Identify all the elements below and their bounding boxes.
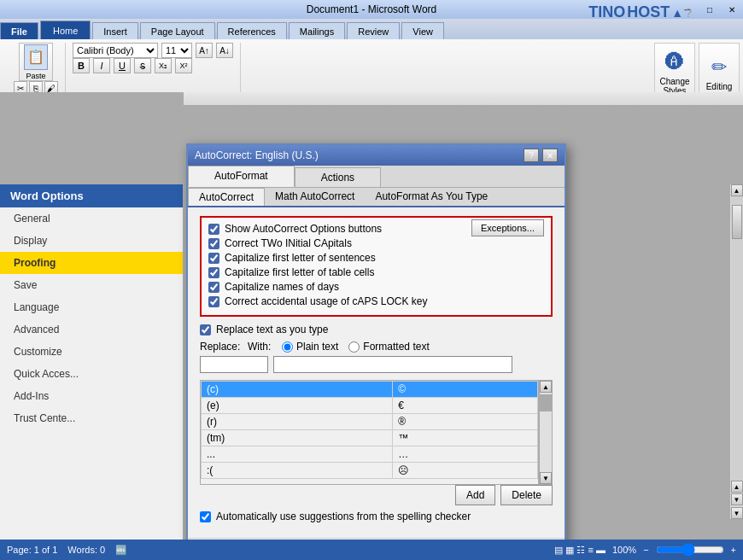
tab-actions[interactable]: Actions — [295, 167, 381, 187]
replace-text-checkbox[interactable] — [200, 324, 211, 335]
exceptions-button[interactable]: Exceptions... — [471, 219, 544, 236]
superscript-button[interactable]: X² — [175, 58, 192, 73]
scroll-down-arrow[interactable]: ▼ — [540, 472, 552, 484]
maximize-button[interactable]: □ — [699, 0, 721, 19]
bold-button[interactable]: B — [73, 58, 90, 73]
scroll-up-arrow[interactable]: ▲ — [540, 381, 552, 393]
dialog-buttons: OK Cancel — [188, 538, 565, 540]
table-cell-with: € — [393, 398, 538, 414]
status-right: ▤ ▦ ☷ ≡ ▬ 100% − + — [554, 543, 736, 557]
dialog-help-button[interactable]: ? — [524, 149, 539, 162]
window-title: Document1 - Microsoft Word — [307, 3, 437, 15]
replace-text-label: Replace text as you type — [216, 324, 328, 335]
correct-two-checkbox[interactable] — [208, 238, 219, 249]
replace-input[interactable] — [200, 356, 268, 373]
tab-mailings[interactable]: Mailings — [289, 22, 345, 39]
strikethrough-button[interactable]: S̶ — [134, 58, 151, 73]
tab-insert[interactable]: Insert — [92, 22, 138, 39]
table-row[interactable]: (c) © — [202, 382, 538, 398]
zoom-decrease-button[interactable]: − — [643, 545, 648, 555]
table-row[interactable]: ... … — [202, 446, 538, 463]
checkbox-section: Exceptions... Show AutoCorrect Options b… — [200, 216, 553, 317]
dialog-title: AutoCorrect: English (U.S.) — [195, 149, 319, 161]
grow-font-button[interactable]: A↑ — [196, 43, 213, 58]
status-left: Page: 1 of 1 Words: 0 🔤 — [7, 545, 127, 556]
correct-two-row: Correct TWo INitial CApitals — [208, 237, 544, 249]
dialog-title-controls: ? ✕ — [524, 149, 558, 162]
replace-label: Replace: — [200, 341, 243, 353]
table-cell-with: ™ — [393, 430, 538, 446]
replace-text-row: Replace text as you type — [200, 324, 553, 335]
language-status: 🔤 — [115, 545, 127, 556]
tab-autoformat[interactable]: AutoFormat — [188, 166, 295, 187]
editing-icon: ✏ — [711, 56, 727, 79]
tab-review[interactable]: Review — [347, 22, 400, 39]
font-size-select[interactable]: 11 — [161, 43, 192, 58]
formatted-text-radio-label: Formatted text — [348, 341, 429, 353]
paste-button[interactable]: 📋 Paste — [19, 43, 53, 81]
document-area: Word Options General Display Proofing Sa… — [0, 92, 743, 540]
plain-text-radio[interactable] — [282, 341, 293, 353]
view-icons: ▤ ▦ ☷ ≡ ▬ — [554, 545, 606, 556]
font-name-select[interactable]: Calibri (Body) — [73, 43, 158, 58]
tab-references[interactable]: References — [217, 22, 287, 39]
zoom-level: 100% — [612, 545, 636, 555]
capitalize-table-checkbox[interactable] — [208, 267, 219, 278]
with-input[interactable] — [273, 356, 512, 373]
underline-button[interactable]: U — [114, 58, 131, 73]
with-label: With: — [248, 341, 273, 353]
help-icon[interactable]: ? — [685, 6, 692, 20]
zoom-slider[interactable] — [656, 543, 724, 557]
italic-button[interactable]: I — [93, 58, 110, 73]
table-cell-with: © — [393, 382, 538, 398]
auto-suggest-checkbox[interactable] — [200, 511, 211, 522]
table-row[interactable]: (tm) ™ — [202, 430, 538, 446]
tab-page-layout[interactable]: Page Layout — [140, 22, 215, 39]
change-styles-icon: 🅐 — [665, 51, 684, 73]
table-cell-with: ☹ — [393, 463, 538, 479]
plain-text-label: Plain text — [296, 341, 338, 353]
tab-math-autocorrect[interactable]: Math AutoCorrect — [265, 188, 365, 206]
capitalize-days-label: Capitalize names of days — [225, 281, 339, 293]
dialog-close-button[interactable]: ✕ — [542, 149, 558, 162]
delete-button[interactable]: Delete — [500, 485, 553, 505]
scroll-thumb[interactable] — [540, 394, 552, 411]
editing-label: Editing — [706, 82, 733, 91]
capitalize-sentences-label: Capitalize first letter of sentences — [225, 252, 376, 264]
close-window-button[interactable]: ✕ — [721, 0, 743, 19]
show-autocorrect-row: Show AutoCorrect Options buttons — [208, 223, 471, 235]
capitalize-days-checkbox[interactable] — [208, 282, 219, 293]
tab-view[interactable]: View — [401, 22, 444, 39]
table-row[interactable]: :( ☹ — [202, 463, 538, 479]
table-cell-replace: ... — [202, 446, 393, 463]
replacement-table: (c) © (e) € (r) ® — [201, 381, 538, 479]
status-bar: Page: 1 of 1 Words: 0 🔤 ▤ ▦ ☷ ≡ ▬ 100% −… — [0, 540, 743, 560]
logo-icon: ▲ — [671, 6, 683, 20]
table-cell-replace: (e) — [202, 398, 393, 414]
tab-file[interactable]: File — [0, 22, 38, 39]
shrink-font-button[interactable]: A↓ — [216, 43, 233, 58]
capitalize-sentences-checkbox[interactable] — [208, 253, 219, 264]
correct-caps-lock-label: Correct accidental usage of cAPS LOCK ke… — [225, 295, 427, 307]
table-row[interactable]: (e) € — [202, 398, 538, 414]
ribbon-tab-bar: File Home Insert Page Layout References … — [0, 19, 743, 39]
logo-text2: HOST — [627, 3, 670, 21]
replace-with-row: Replace: With: Plain text Formatted text — [200, 341, 553, 353]
add-button[interactable]: Add — [455, 485, 495, 505]
tab-autocorrect[interactable]: AutoCorrect — [188, 188, 265, 206]
zoom-increase-button[interactable]: + — [731, 545, 736, 555]
table-cell-with: ® — [393, 414, 538, 430]
table-cell-replace: (c) — [202, 382, 393, 398]
tab-home[interactable]: Home — [40, 20, 91, 39]
table-row[interactable]: (r) ® — [202, 414, 538, 430]
tab-autoformat-as-you-type[interactable]: AutoFormat As You Type — [365, 188, 498, 206]
correct-caps-lock-row: Correct accidental usage of cAPS LOCK ke… — [208, 295, 544, 307]
formatted-text-radio[interactable] — [348, 341, 360, 353]
tinohost-logo: TINOHOST ▲ ? — [588, 3, 692, 21]
show-autocorrect-label: Show AutoCorrect Options buttons — [225, 223, 382, 235]
subscript-button[interactable]: X₂ — [155, 58, 172, 73]
show-autocorrect-checkbox[interactable] — [208, 224, 219, 235]
correct-caps-lock-checkbox[interactable] — [208, 296, 219, 307]
input-row — [200, 356, 553, 373]
page-status: Page: 1 of 1 — [7, 545, 57, 556]
